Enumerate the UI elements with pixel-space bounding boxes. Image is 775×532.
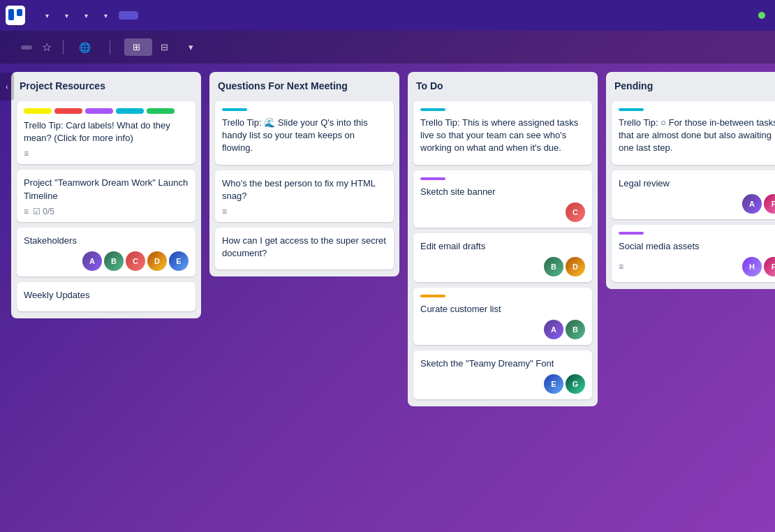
card-meta: ≡: [222, 207, 227, 216]
navbar: ▾ ▾ ▾ ▾: [0, 0, 775, 31]
avatar: F: [764, 194, 775, 214]
card-labels: [24, 108, 189, 114]
globe-icon: 🌐: [79, 42, 91, 53]
sidebar-toggle-button[interactable]: ‹: [0, 73, 14, 101]
public-template-banner: [758, 12, 769, 19]
table-view-button[interactable]: ⊟: [152, 38, 180, 56]
avatar-group: ABCDE: [82, 251, 189, 271]
card-footer: ≡HF: [619, 257, 775, 276]
starred-menu[interactable]: ▾: [77, 9, 94, 22]
view-toggle: ⊞ ⊟ ▾: [124, 38, 202, 56]
avatar: C: [126, 251, 145, 271]
card-card-tip-q[interactable]: Trello Tip: 🌊 Slide your Q's into this h…: [215, 101, 394, 165]
list-title: To Do: [413, 79, 592, 96]
avatar: A: [544, 320, 563, 339]
list-title: Pending: [612, 79, 775, 96]
more-views-button[interactable]: ▾: [180, 38, 202, 56]
workspaces-menu[interactable]: ▾: [38, 9, 54, 22]
card-card-sketch-banner[interactable]: Sketch site bannerC: [413, 170, 592, 228]
card-card-labels[interactable]: Trello Tip: Card labels! What do they me…: [17, 101, 195, 164]
card-label: [54, 108, 82, 114]
card-text: Legal review: [619, 177, 775, 190]
chevron-down-icon: ▾: [84, 12, 88, 20]
card-label: [116, 108, 144, 114]
lines-icon: ≡: [24, 207, 29, 216]
card-text: Trello Tip: 🌊 Slide your Q's into this h…: [222, 117, 387, 155]
lines-icon: ≡: [619, 262, 623, 272]
lines-icon: ≡: [222, 207, 227, 216]
card-card-html[interactable]: Who's the best person to fix my HTML sna…: [215, 170, 394, 222]
checklist-count: ☑ 0/5: [33, 207, 54, 216]
list-title: Questions For Next Meeting: [215, 79, 394, 96]
board-view-button[interactable]: ⊞: [124, 38, 152, 56]
avatar: D: [147, 251, 167, 271]
public-button[interactable]: 🌐: [72, 38, 101, 57]
avatar-group: BD: [544, 257, 585, 276]
card-color-bar: [420, 108, 445, 111]
card-footer: ≡: [222, 207, 387, 216]
card-footer: ≡: [24, 149, 189, 158]
list-title: Project Resources: [17, 79, 195, 96]
avatar: G: [566, 374, 585, 394]
card-label: [24, 108, 52, 114]
star-button[interactable]: ☆: [39, 38, 54, 57]
card-text: Trello Tip: ○ For those in-between tasks…: [619, 117, 775, 155]
avatar: F: [764, 257, 775, 276]
card-card-social[interactable]: Social media assets≡HF: [612, 225, 775, 282]
card-text: Edit email drafts: [420, 240, 585, 253]
chevron-down-icon: ▾: [104, 12, 108, 20]
card-meta: ≡☑ 0/5: [24, 207, 54, 216]
card-label: [85, 108, 113, 114]
avatar-group: HF: [742, 257, 775, 276]
card-card-stakeholders[interactable]: StakeholdersABCDE: [17, 228, 195, 276]
card-meta: ≡: [24, 149, 29, 158]
card-card-tip-pending[interactable]: Trello Tip: ○ For those in-between tasks…: [612, 101, 775, 165]
card-text: Sketch the "Teamy Dreamy" Font: [420, 357, 585, 370]
card-footer: ABCDE: [24, 251, 189, 271]
card-card-font[interactable]: Sketch the "Teamy Dreamy" FontEG: [413, 350, 592, 399]
list-project-resources: Project ResourcesTrello Tip: Card labels…: [11, 72, 201, 318]
card-text: Weekly Updates: [24, 289, 189, 302]
create-button[interactable]: [119, 11, 138, 20]
card-card-weekly[interactable]: Weekly Updates: [17, 282, 195, 311]
divider: [110, 40, 110, 54]
card-card-email[interactable]: Edit email draftsBD: [413, 233, 592, 282]
green-dot-icon: [758, 12, 765, 19]
avatar: H: [742, 257, 762, 276]
avatar-group: C: [566, 202, 585, 222]
chevron-down-icon: ▾: [65, 12, 68, 20]
card-card-curate[interactable]: Curate customer listAB: [413, 288, 592, 345]
avatar: A: [82, 251, 102, 271]
card-card-tip-todo[interactable]: Trello Tip: This is where assigned tasks…: [413, 101, 592, 165]
card-text: Who's the best person to fix my HTML sna…: [222, 177, 387, 202]
card-text: Project "Teamwork Dream Work" Launch Tim…: [24, 177, 189, 202]
avatar: E: [169, 251, 189, 271]
card-color-bar: [619, 108, 644, 111]
card-text: Trello Tip: Card labels! What do they me…: [24, 119, 189, 145]
list-to-do: To DoTrello Tip: This is where assigned …: [408, 72, 598, 406]
svg-rect-1: [8, 9, 14, 20]
avatar: D: [566, 257, 585, 276]
list-pending: PendingTrello Tip: ○ For those in-betwee…: [606, 72, 775, 289]
card-footer: AF: [619, 194, 775, 214]
card-text: How can I get access to the super secret…: [222, 235, 387, 260]
card-footer: C: [420, 202, 585, 222]
card-color-bar: [619, 232, 644, 235]
avatar: C: [566, 202, 585, 222]
card-card-legal[interactable]: Legal reviewAF: [612, 170, 775, 219]
card-card-secret[interactable]: How can I get access to the super secret…: [215, 228, 394, 269]
card-text: Sketch site banner: [420, 186, 585, 198]
avatar-group: AB: [544, 320, 585, 339]
templates-menu[interactable]: ▾: [96, 9, 113, 22]
board-icon: ⊞: [133, 42, 140, 52]
card-card-timeline[interactable]: Project "Teamwork Dream Work" Launch Tim…: [17, 170, 195, 221]
card-text: Stakeholders: [24, 235, 189, 247]
card-color-bar: [420, 177, 445, 180]
table-icon: ⊟: [161, 42, 168, 52]
card-text: Curate customer list: [420, 303, 585, 316]
avatar-group: EG: [544, 374, 585, 394]
list-questions-next-meeting: Questions For Next MeetingTrello Tip: 🌊 …: [209, 72, 399, 276]
avatar: B: [104, 251, 124, 271]
recent-menu[interactable]: ▾: [57, 9, 74, 22]
lines-icon: ≡: [24, 149, 29, 158]
